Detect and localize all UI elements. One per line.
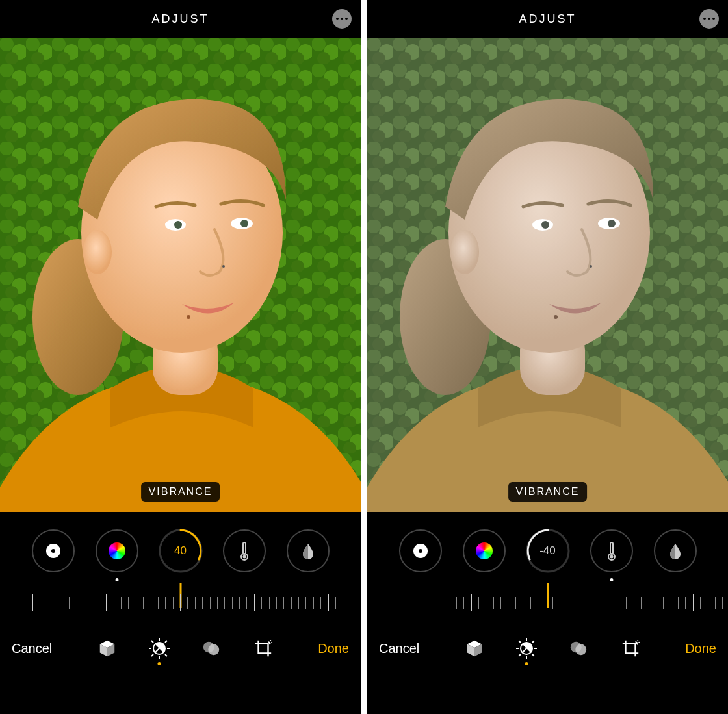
svg-point-8 xyxy=(83,230,112,274)
top-bar: ADJUST xyxy=(0,0,361,38)
svg-point-32 xyxy=(270,640,271,641)
ruler-tick xyxy=(715,597,716,609)
ruler-tick xyxy=(313,597,314,609)
photo-editor-screen: ADJUST xyxy=(367,0,728,714)
temperature-dial[interactable] xyxy=(223,529,266,572)
svg-point-66 xyxy=(637,640,638,641)
done-button[interactable]: Done xyxy=(318,641,349,656)
ruler-tick xyxy=(515,597,516,609)
temperature-dial[interactable] xyxy=(590,529,633,572)
more-options-button[interactable] xyxy=(332,9,352,29)
ruler-tick xyxy=(641,597,642,609)
ruler-tick xyxy=(671,597,671,609)
saturation-dial[interactable] xyxy=(96,529,138,572)
ruler-tick xyxy=(121,597,122,609)
svg-point-33 xyxy=(271,642,272,643)
svg-rect-51 xyxy=(610,542,613,554)
cancel-button[interactable]: Cancel xyxy=(379,641,419,656)
svg-rect-17 xyxy=(243,542,246,554)
vibrance-dial[interactable]: 40 xyxy=(159,529,202,572)
svg-point-13 xyxy=(222,265,225,268)
ruler-tick xyxy=(328,594,329,611)
brightness-dial[interactable] xyxy=(399,529,442,572)
svg-point-19 xyxy=(242,555,246,559)
ruler-tick xyxy=(471,594,472,611)
ruler-tick xyxy=(276,597,277,609)
cancel-button[interactable]: Cancel xyxy=(12,641,52,656)
ruler-tick xyxy=(217,597,218,609)
photo-preview[interactable]: VIBRANCE xyxy=(367,38,728,512)
ruler-tick xyxy=(538,597,538,609)
portrait-tool-icon[interactable] xyxy=(464,638,485,659)
crop-tool-icon[interactable] xyxy=(620,638,641,659)
crop-tool-icon[interactable] xyxy=(253,638,274,659)
brightness-icon xyxy=(413,544,428,558)
ruler-tick xyxy=(180,594,181,611)
ruler-tick xyxy=(84,597,84,609)
ruler[interactable] xyxy=(14,593,347,613)
ruler-tick xyxy=(25,597,25,609)
ruler-tick xyxy=(722,597,723,609)
portrait-tool-icon[interactable] xyxy=(97,638,118,659)
value-slider[interactable] xyxy=(0,583,361,622)
ruler-tick xyxy=(343,597,343,609)
svg-line-28 xyxy=(151,654,153,656)
filters-tool-icon[interactable] xyxy=(201,638,222,659)
parameter-chip: VIBRANCE xyxy=(141,482,220,502)
adjustment-dials-row: -40 xyxy=(367,512,728,583)
svg-line-25 xyxy=(151,641,153,643)
ruler-tick xyxy=(18,597,18,609)
ruler-tick xyxy=(92,597,92,609)
ruler-tick xyxy=(590,597,590,609)
svg-point-14 xyxy=(187,315,190,319)
svg-line-27 xyxy=(165,641,167,643)
value-slider[interactable] xyxy=(367,583,728,622)
ruler-tick xyxy=(195,597,196,609)
svg-line-26 xyxy=(165,654,167,656)
ruler-tick xyxy=(523,597,523,609)
svg-point-64 xyxy=(575,644,586,655)
adjust-tool-icon[interactable] xyxy=(516,638,537,659)
photo-preview[interactable]: VIBRANCE xyxy=(0,38,361,512)
bottom-toolbar: Cancel Done xyxy=(367,622,728,674)
ruler-tick xyxy=(530,597,531,609)
mode-title: ADJUST xyxy=(151,12,209,26)
brightness-dial[interactable] xyxy=(32,529,75,572)
svg-point-30 xyxy=(208,644,219,655)
ruler-tick xyxy=(291,597,292,609)
ruler-tick xyxy=(575,597,575,609)
ruler-tick xyxy=(269,597,270,609)
top-bar: ADJUST xyxy=(367,0,728,38)
ruler-tick xyxy=(202,597,203,609)
ruler-tick xyxy=(493,597,494,609)
ruler-tick xyxy=(151,597,151,609)
ruler-tick xyxy=(700,597,701,609)
ruler-tick xyxy=(612,597,612,609)
tint-dial[interactable] xyxy=(287,529,330,572)
ruler-tick xyxy=(478,597,479,609)
vibrance-dial[interactable]: -40 xyxy=(526,529,569,572)
svg-point-67 xyxy=(638,642,640,643)
ruler[interactable] xyxy=(453,593,728,613)
ruler-tick xyxy=(619,594,619,611)
ruler-tick xyxy=(708,597,708,609)
ruler-tick xyxy=(545,594,545,611)
ruler-tick xyxy=(173,597,174,609)
ruler-tick xyxy=(604,597,604,609)
filters-tool-icon[interactable] xyxy=(568,638,589,659)
tint-dial[interactable] xyxy=(654,529,697,572)
saturation-dial[interactable] xyxy=(463,529,506,572)
svg-point-44 xyxy=(541,221,549,229)
ruler-tick xyxy=(55,597,55,609)
adjust-tool-icon[interactable] xyxy=(149,638,170,659)
ruler-tick xyxy=(32,594,33,611)
tool-tabs xyxy=(97,638,274,659)
svg-point-42 xyxy=(450,230,479,274)
svg-point-47 xyxy=(590,265,592,268)
ruler-tick xyxy=(663,597,664,609)
more-options-button[interactable] xyxy=(699,9,719,29)
done-button[interactable]: Done xyxy=(685,641,716,656)
svg-point-48 xyxy=(554,315,558,319)
ruler-tick xyxy=(649,597,649,609)
svg-line-61 xyxy=(532,641,534,643)
